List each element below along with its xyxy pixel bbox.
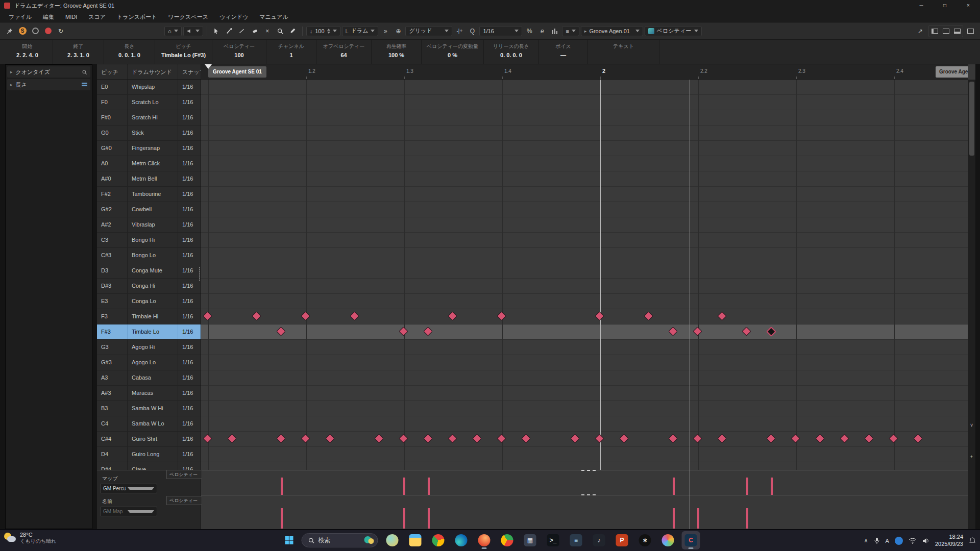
note-grid[interactable]: Groove Agent SE 011.21.31.422.22.32.4Gro… <box>201 64 968 529</box>
column-resize-grip[interactable] <box>199 267 202 281</box>
menu-item-6[interactable]: ウィンドウ <box>214 11 254 22</box>
drum-row-17[interactable]: G3Agogo Hi1/16 <box>97 340 201 355</box>
terminal-icon[interactable]: >_ <box>544 531 562 549</box>
mute-tool[interactable]: × <box>262 26 273 37</box>
grid-row-7[interactable] <box>201 187 968 202</box>
velocity-bar[interactable] <box>697 508 699 529</box>
grid-type-dropdown[interactable]: グリッド <box>405 26 452 36</box>
grid-row-8[interactable] <box>201 202 968 217</box>
insert-length-dropdown[interactable]: L ドラム <box>342 26 379 36</box>
grid-row-17[interactable] <box>201 340 968 355</box>
menu-item-3[interactable]: スコア <box>83 11 111 22</box>
grid-row-11[interactable] <box>201 248 968 263</box>
quantize-panel-button[interactable]: e <box>536 26 548 37</box>
pin-button[interactable] <box>4 26 15 37</box>
snap-button[interactable]: -|+ <box>454 26 465 37</box>
drum-row-1[interactable]: F0Scratch Lo1/16 <box>97 95 201 110</box>
grid-row-9[interactable] <box>201 217 968 233</box>
info-field-6[interactable]: オフベロシティー64 <box>316 40 372 64</box>
setup-window-layout-button[interactable] <box>965 26 976 37</box>
vertical-scrollbar[interactable] <box>968 80 975 529</box>
lane-resize-handle[interactable] <box>581 494 596 495</box>
grid-row-5[interactable] <box>201 156 968 171</box>
tray-expand-button[interactable]: ∧ <box>864 537 868 544</box>
info-field-2[interactable]: 長さ0. 0. 1. 0 <box>104 40 155 64</box>
photos-icon[interactable] <box>659 531 677 549</box>
grid-row-21[interactable] <box>201 401 968 416</box>
section-length[interactable]: ▸ 長さ <box>7 79 90 90</box>
info-field-5[interactable]: チャンネル1 <box>266 40 316 64</box>
section-quantize[interactable]: ▸ クオンタイズ <box>7 66 90 78</box>
grid-row-18[interactable] <box>201 355 968 370</box>
menu-item-7[interactable]: マニュアル <box>254 11 293 22</box>
note-display-area[interactable] <box>201 80 968 470</box>
controller-lane-selector-1[interactable]: ベロシティー <box>166 470 202 479</box>
drum-row-19[interactable]: A3Cabasa1/16 <box>97 370 201 386</box>
menu-item-2[interactable]: MIDI <box>60 11 83 22</box>
iterative-quantize-button[interactable]: % <box>524 26 535 37</box>
drum-row-7[interactable]: F#2Tambourine1/16 <box>97 187 201 202</box>
teams-status-icon[interactable] <box>895 537 903 545</box>
velocity-bar[interactable] <box>673 508 675 529</box>
feedback-dropdown[interactable] <box>183 26 203 36</box>
menu-item-1[interactable]: 編集 <box>37 11 60 22</box>
drum-row-11[interactable]: C#3Bongo Lo1/16 <box>97 248 201 263</box>
drum-row-3[interactable]: G0Stick1/16 <box>97 126 201 141</box>
cubase-icon[interactable]: C <box>682 531 700 549</box>
weather-widget[interactable]: 28°C くもりのち晴れ <box>4 532 56 545</box>
chrome-profile-icon[interactable] <box>498 531 517 549</box>
controller-dropdown[interactable]: ベロシティー <box>645 26 702 36</box>
grid-row-25[interactable] <box>201 462 968 470</box>
next-part-tab[interactable]: Groove Age <box>936 66 968 78</box>
powerpoint-icon[interactable]: P <box>613 531 631 549</box>
drum-row-12[interactable]: D3Conga Mute1/16 <box>97 263 201 279</box>
column-header-0[interactable]: ピッチ <box>97 64 128 79</box>
drum-row-2[interactable]: F#0Scratch Hi1/16 <box>97 110 201 126</box>
track-display-dropdown[interactable]: ≡ <box>562 26 579 36</box>
drum-row-6[interactable]: A#0Metrn Bell1/16 <box>97 171 201 187</box>
chrome-icon[interactable] <box>429 531 448 549</box>
layout-plain-button[interactable] <box>940 26 951 37</box>
solo-button[interactable]: S <box>17 26 28 37</box>
window-zones-dropdown[interactable]: ⌂ <box>164 26 182 36</box>
drum-map-dropdown[interactable]: GM Percussion <box>100 484 157 493</box>
cycle-button[interactable]: ↻ <box>55 26 66 37</box>
open-in-lower-zone-button[interactable]: ↗ <box>915 26 926 37</box>
velocity-bar[interactable] <box>403 478 405 495</box>
edge-icon[interactable] <box>452 531 471 549</box>
timeline-ruler[interactable]: Groove Agent SE 011.21.31.422.22.32.4Gro… <box>201 64 968 80</box>
info-field-8[interactable]: ベロシティーの変動量0 % <box>422 40 484 64</box>
drum-row-4[interactable]: G#0Fingersnap1/16 <box>97 141 201 156</box>
info-field-4[interactable]: ベロシティー100 <box>212 40 266 64</box>
draw-tool[interactable] <box>287 26 299 37</box>
info-field-10[interactable]: ボイス— <box>539 40 588 64</box>
calculator-icon[interactable]: ▦ <box>521 531 540 549</box>
grid-row-2[interactable] <box>201 110 968 126</box>
grid-row-14[interactable] <box>201 294 968 309</box>
menu-item-0[interactable]: ファイル <box>3 11 37 22</box>
controller-lane-selector-2[interactable]: ベロシティー <box>166 496 202 505</box>
info-field-0[interactable]: 開始2. 2. 4. 0 <box>2 40 53 64</box>
ime-mode-button[interactable]: A <box>886 538 889 544</box>
velocity-bar[interactable] <box>746 478 748 495</box>
drum-row-10[interactable]: C3Bongo Hi1/16 <box>97 233 201 248</box>
clock[interactable]: 18:24 2025/09/23 <box>935 534 963 548</box>
drum-row-16[interactable]: F#3Timbale Lo1/16 <box>97 324 201 340</box>
velocity-bar[interactable] <box>673 478 675 495</box>
drum-row-23[interactable]: C#4Guiro Shrt1/16 <box>97 432 201 447</box>
layout-left-zone-button[interactable] <box>929 26 940 37</box>
part-name-tab[interactable]: Groove Agent SE 01 <box>208 66 266 78</box>
drum-row-0[interactable]: E0Whipslap1/16 <box>97 80 201 95</box>
info-field-1[interactable]: 終了2. 3. 1. 0 <box>53 40 104 64</box>
info-field-3[interactable]: ピッチTimbale Lo (F#3) <box>155 40 212 64</box>
velocity-lane-area[interactable] <box>201 470 968 529</box>
velocity-bar[interactable] <box>771 478 773 495</box>
event-display-button[interactable] <box>549 26 560 37</box>
drum-row-13[interactable]: D#3Conga Hi1/16 <box>97 279 201 294</box>
maximize-button[interactable]: □ <box>933 0 957 11</box>
velocity-bar[interactable] <box>428 508 430 529</box>
grid-row-20[interactable] <box>201 386 968 401</box>
grid-row-6[interactable] <box>201 171 968 187</box>
drum-row-5[interactable]: A0Metrn Click1/16 <box>97 156 201 171</box>
drum-row-18[interactable]: G#3Agogo Lo1/16 <box>97 355 201 370</box>
